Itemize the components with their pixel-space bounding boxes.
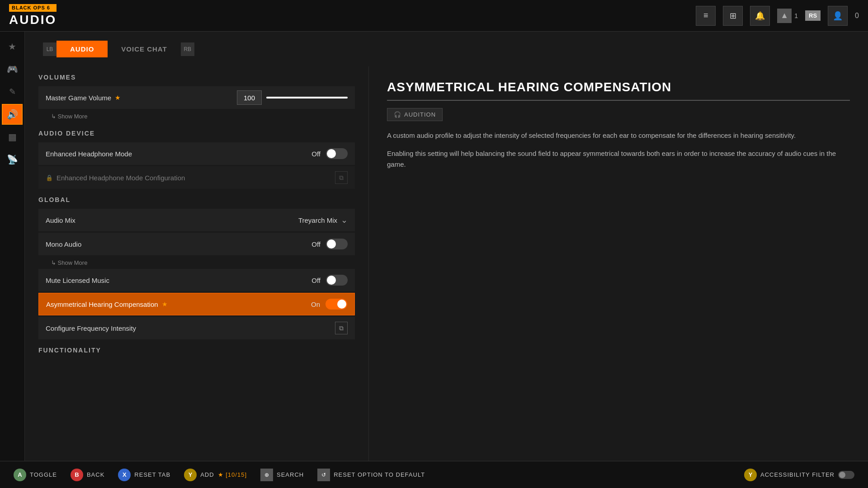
edit-icon: ✎	[9, 87, 16, 97]
mono-audio-row[interactable]: Mono Audio Off	[38, 233, 355, 255]
ext-link-icon: ⧉	[335, 171, 348, 184]
reset-tab-label: RESET TAB	[134, 471, 170, 478]
mono-audio-label: Mono Audio	[46, 240, 311, 248]
grid-icon-btn[interactable]: ⊞	[723, 6, 743, 26]
asymmetrical-hearing-row[interactable]: Asymmetrical Hearing Compensation ★ On	[38, 293, 355, 315]
volumes-section-title: VOLUMES	[38, 74, 355, 83]
enhanced-headphone-config-label: 🔒 Enhanced Headphone Mode Configuration	[46, 174, 335, 182]
tab-right-arrow[interactable]: RB	[181, 42, 194, 56]
network-icon: 📡	[7, 154, 18, 165]
lb-label: LB	[47, 46, 53, 52]
configure-frequency-ext-link[interactable]: ⧉	[335, 322, 348, 334]
lock-icon: 🔒	[46, 174, 53, 181]
search-action[interactable]: ⊕ SEARCH	[260, 469, 304, 481]
x-button: X	[118, 469, 131, 481]
description-tag: 🎧 AUDITION	[387, 108, 443, 121]
sidebar-item-favorites[interactable]: ★	[2, 36, 23, 57]
accessibility-toggle-knob	[839, 472, 845, 478]
tab-left-arrow[interactable]: LB	[43, 42, 57, 56]
mute-licensed-music-row[interactable]: Mute Licensed Music Off	[38, 269, 355, 291]
configure-frequency-row[interactable]: Configure Frequency Intensity ⧉	[38, 317, 355, 339]
sidebar-item-network[interactable]: 📡	[2, 149, 23, 170]
global-show-more[interactable]: ↳ Show More	[38, 257, 355, 269]
tabs-row: LB AUDIO VOICE CHAT RB	[25, 32, 868, 66]
description-paragraph1: A custom audio profile to adjust the int…	[387, 130, 850, 141]
audio-mix-label: Audio Mix	[46, 216, 298, 224]
game-logo-box: BLACK OPS 6	[9, 4, 57, 12]
badge-count: 1	[794, 12, 798, 19]
search-btn-icon: ⊕	[260, 469, 273, 481]
asymmetrical-hearing-label: Asymmetrical Hearing Compensation ★	[46, 300, 311, 308]
friends-icon-btn[interactable]: 👤	[828, 6, 848, 26]
configure-frequency-label: Configure Frequency Intensity	[46, 324, 335, 332]
logo-area: BLACK OPS 6 AUDIO	[9, 4, 57, 27]
audition-icon: 🎧	[394, 111, 401, 118]
enhanced-headphone-mode-row[interactable]: Enhanced Headphone Mode Off	[38, 142, 355, 165]
enhanced-headphone-mode-label: Enhanced Headphone Mode	[46, 150, 311, 158]
master-volume-label: Master Game Volume ★	[46, 94, 237, 102]
volume-star-icon: ★	[115, 94, 121, 101]
tab-voice-chat[interactable]: VOICE CHAT	[108, 41, 180, 57]
global-section-title: GLOBAL	[38, 196, 355, 205]
header-icons: ≡ ⊞ 🔔 ▲ 1 RS 👤 0	[696, 6, 859, 26]
star-icon: ★	[8, 41, 16, 52]
mute-licensed-music-label: Mute Licensed Music	[46, 277, 311, 284]
back-action[interactable]: B BACK	[71, 469, 104, 481]
audio-mix-value: Treyarch Mix ⌄	[298, 215, 348, 225]
bottom-bar: A TOGGLE B BACK X RESET TAB Y ADD ★ [10/…	[0, 461, 868, 488]
volumes-show-more[interactable]: ↳ Show More	[38, 110, 355, 122]
enhanced-headphone-config-value: ⧉	[335, 171, 348, 184]
menu-icon-btn[interactable]: ≡	[696, 6, 716, 26]
description-title: Asymmetrical Hearing Compensation	[387, 80, 850, 101]
reset-tab-action[interactable]: X RESET TAB	[118, 469, 170, 481]
audio-sidebar-badge	[15, 106, 21, 111]
sidebar: ★ 🎮 ✎ 🔊 ▦ 📡	[0, 32, 25, 461]
description-paragraph2: Enabling this setting will help balancin…	[387, 148, 850, 170]
mute-licensed-music-toggle[interactable]	[326, 275, 348, 286]
y-button-accessibility: Y	[744, 469, 757, 481]
audio-mix-dropdown: Treyarch Mix ⌄	[298, 215, 348, 225]
dropdown-arrow-icon: ⌄	[341, 215, 348, 225]
add-count-label: ★ [10/15]	[218, 471, 247, 478]
mono-audio-value: Off	[311, 239, 348, 249]
search-label: SEARCH	[277, 471, 304, 478]
reset-option-label: RESET OPTION TO DEFAULT	[334, 471, 425, 478]
volume-input[interactable]	[237, 90, 262, 105]
sidebar-item-edit[interactable]: ✎	[2, 81, 23, 102]
volume-slider-fill	[266, 97, 348, 99]
asymmetrical-hearing-toggle[interactable]	[326, 299, 347, 310]
mute-licensed-music-knob	[327, 276, 336, 285]
enhanced-headphone-toggle[interactable]	[326, 148, 348, 159]
add-action[interactable]: Y ADD ★ [10/15]	[184, 469, 247, 481]
mono-audio-toggle[interactable]	[326, 239, 348, 249]
toggle-action[interactable]: A TOGGLE	[14, 469, 57, 481]
mute-licensed-music-value: Off	[311, 275, 348, 286]
sidebar-item-audio[interactable]: 🔊	[2, 104, 23, 125]
sidebar-item-controller[interactable]: 🎮	[2, 59, 23, 80]
master-volume-row[interactable]: Master Game Volume ★	[38, 86, 355, 109]
mono-audio-knob	[327, 239, 336, 249]
b-button: B	[71, 469, 83, 481]
rs-badge: RS	[805, 10, 821, 21]
accessibility-toggle-switch[interactable]	[838, 471, 854, 479]
bell-icon-btn[interactable]: 🔔	[750, 6, 770, 26]
volume-slider[interactable]	[266, 97, 348, 99]
description-panel: Asymmetrical Hearing Compensation 🎧 AUDI…	[368, 66, 868, 461]
tab-audio[interactable]: AUDIO	[57, 41, 108, 57]
accessibility-filter-action[interactable]: Y ACCESSIBILITY FILTER	[744, 469, 854, 481]
reset-option-action[interactable]: ↺ RESET OPTION TO DEFAULT	[317, 469, 425, 481]
a-button: A	[14, 469, 26, 481]
friend-count: 0	[855, 12, 859, 20]
enhanced-headphone-config-row: 🔒 Enhanced Headphone Mode Configuration …	[38, 166, 355, 189]
enhanced-headphone-mode-value: Off	[311, 148, 348, 159]
audio-device-section-title: AUDIO DEVICE	[38, 130, 355, 139]
page-title: AUDIO	[9, 13, 57, 27]
sidebar-item-display[interactable]: ▦	[2, 127, 23, 147]
accessibility-label: ACCESSIBILITY FILTER	[760, 471, 835, 478]
configure-frequency-value: ⧉	[335, 322, 348, 334]
asymmetrical-star-icon: ★	[162, 300, 168, 308]
controller-icon: 🎮	[7, 64, 18, 75]
back-label: BACK	[87, 471, 104, 478]
settings-panel: VOLUMES Master Game Volume ★ ↳ Show More…	[25, 66, 368, 461]
audio-mix-row[interactable]: Audio Mix Treyarch Mix ⌄	[38, 209, 355, 231]
